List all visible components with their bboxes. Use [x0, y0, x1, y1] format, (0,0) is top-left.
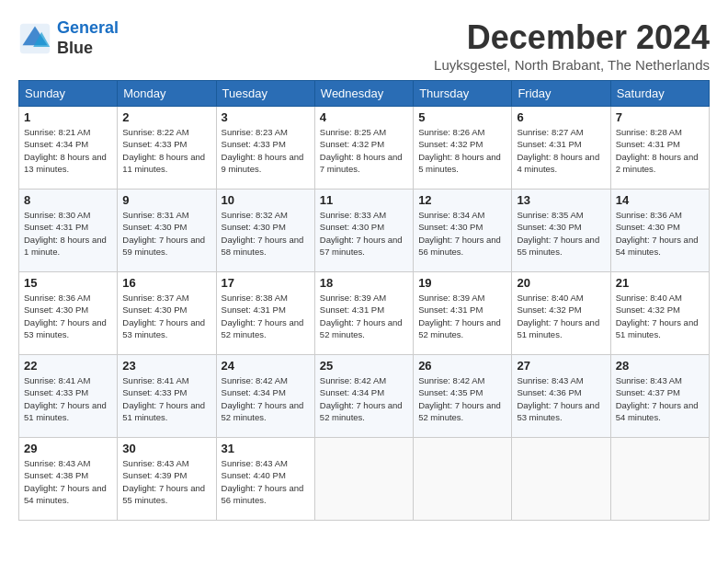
day-number: 30 — [122, 442, 210, 455]
header: General Blue December 2024 Luyksgestel, … — [18, 18, 710, 73]
day-number: 22 — [24, 359, 112, 373]
day-info: Sunrise: 8:35 AM Sunset: 4:30 PM Dayligh… — [517, 209, 605, 258]
day-info: Sunrise: 8:32 AM Sunset: 4:30 PM Dayligh… — [222, 209, 310, 258]
day-number: 5 — [418, 110, 506, 124]
day-info: Sunrise: 8:26 AM Sunset: 4:32 PM Dayligh… — [418, 126, 506, 175]
day-cell: 6 Sunrise: 8:27 AM Sunset: 4:31 PM Dayli… — [512, 107, 610, 190]
day-number: 29 — [24, 442, 112, 455]
day-number: 31 — [222, 442, 310, 455]
day-number: 25 — [320, 359, 408, 373]
day-cell: 28 Sunrise: 8:43 AM Sunset: 4:37 PM Dayl… — [610, 355, 709, 438]
day-info: Sunrise: 8:43 AM Sunset: 4:37 PM Dayligh… — [616, 374, 704, 423]
location-title: Luyksgestel, North Brabant, The Netherla… — [434, 57, 710, 73]
day-info: Sunrise: 8:37 AM Sunset: 4:30 PM Dayligh… — [122, 292, 210, 340]
day-cell: 10 Sunrise: 8:32 AM Sunset: 4:30 PM Dayl… — [216, 190, 314, 272]
day-info: Sunrise: 8:21 AM Sunset: 4:34 PM Dayligh… — [24, 126, 112, 175]
day-info: Sunrise: 8:25 AM Sunset: 4:32 PM Dayligh… — [320, 126, 408, 175]
day-cell: 27 Sunrise: 8:43 AM Sunset: 4:36 PM Dayl… — [512, 355, 610, 438]
calendar-table: SundayMondayTuesdayWednesdayThursdayFrid… — [18, 80, 710, 521]
day-cell: 2 Sunrise: 8:22 AM Sunset: 4:33 PM Dayli… — [118, 107, 216, 190]
day-info: Sunrise: 8:30 AM Sunset: 4:31 PM Dayligh… — [24, 209, 112, 258]
day-info: Sunrise: 8:43 AM Sunset: 4:38 PM Dayligh… — [24, 457, 112, 506]
day-cell: 25 Sunrise: 8:42 AM Sunset: 4:34 PM Dayl… — [314, 355, 413, 438]
week-row-2: 8 Sunrise: 8:30 AM Sunset: 4:31 PM Dayli… — [19, 190, 710, 272]
day-cell: 22 Sunrise: 8:41 AM Sunset: 4:33 PM Dayl… — [19, 355, 118, 438]
days-header-row: SundayMondayTuesdayWednesdayThursdayFrid… — [19, 81, 710, 107]
day-info: Sunrise: 8:42 AM Sunset: 4:35 PM Dayligh… — [418, 374, 506, 423]
day-info: Sunrise: 8:43 AM Sunset: 4:36 PM Dayligh… — [517, 374, 605, 423]
header-saturday: Saturday — [610, 81, 709, 107]
header-sunday: Sunday — [19, 81, 118, 107]
day-cell: 9 Sunrise: 8:31 AM Sunset: 4:30 PM Dayli… — [118, 190, 216, 272]
day-cell: 17 Sunrise: 8:38 AM Sunset: 4:31 PM Dayl… — [216, 272, 314, 355]
day-cell: 19 Sunrise: 8:39 AM Sunset: 4:31 PM Dayl… — [414, 272, 512, 355]
day-info: Sunrise: 8:42 AM Sunset: 4:34 PM Dayligh… — [222, 374, 310, 423]
day-info: Sunrise: 8:31 AM Sunset: 4:30 PM Dayligh… — [122, 209, 210, 258]
day-number: 13 — [517, 193, 605, 207]
day-cell — [610, 438, 709, 521]
day-info: Sunrise: 8:43 AM Sunset: 4:39 PM Dayligh… — [122, 457, 210, 506]
day-number: 26 — [418, 359, 506, 373]
day-info: Sunrise: 8:23 AM Sunset: 4:33 PM Dayligh… — [222, 126, 310, 175]
day-cell: 20 Sunrise: 8:40 AM Sunset: 4:32 PM Dayl… — [512, 272, 610, 355]
day-cell — [314, 438, 413, 521]
day-number: 7 — [616, 110, 704, 124]
day-number: 17 — [222, 276, 310, 290]
logo-icon — [18, 22, 51, 55]
day-cell: 3 Sunrise: 8:23 AM Sunset: 4:33 PM Dayli… — [216, 107, 314, 190]
day-info: Sunrise: 8:40 AM Sunset: 4:32 PM Dayligh… — [517, 292, 605, 340]
day-number: 6 — [517, 110, 605, 124]
day-cell: 29 Sunrise: 8:43 AM Sunset: 4:38 PM Dayl… — [19, 438, 118, 521]
day-info: Sunrise: 8:38 AM Sunset: 4:31 PM Dayligh… — [222, 292, 310, 340]
header-thursday: Thursday — [414, 81, 512, 107]
day-info: Sunrise: 8:28 AM Sunset: 4:31 PM Dayligh… — [616, 126, 704, 175]
week-row-4: 22 Sunrise: 8:41 AM Sunset: 4:33 PM Dayl… — [19, 355, 710, 438]
day-number: 11 — [320, 193, 408, 207]
header-wednesday: Wednesday — [314, 81, 413, 107]
day-number: 15 — [24, 276, 112, 290]
day-number: 14 — [616, 193, 704, 207]
day-cell: 14 Sunrise: 8:36 AM Sunset: 4:30 PM Dayl… — [610, 190, 709, 272]
day-number: 1 — [24, 110, 112, 124]
day-cell: 18 Sunrise: 8:39 AM Sunset: 4:31 PM Dayl… — [314, 272, 413, 355]
day-cell: 8 Sunrise: 8:30 AM Sunset: 4:31 PM Dayli… — [19, 190, 118, 272]
day-cell: 31 Sunrise: 8:43 AM Sunset: 4:40 PM Dayl… — [216, 438, 314, 521]
day-cell: 24 Sunrise: 8:42 AM Sunset: 4:34 PM Dayl… — [216, 355, 314, 438]
day-cell: 23 Sunrise: 8:41 AM Sunset: 4:33 PM Dayl… — [118, 355, 216, 438]
day-cell — [414, 438, 512, 521]
day-number: 8 — [24, 193, 112, 207]
day-info: Sunrise: 8:36 AM Sunset: 4:30 PM Dayligh… — [24, 292, 112, 340]
day-cell: 16 Sunrise: 8:37 AM Sunset: 4:30 PM Dayl… — [118, 272, 216, 355]
day-number: 20 — [517, 276, 605, 290]
day-cell: 7 Sunrise: 8:28 AM Sunset: 4:31 PM Dayli… — [610, 107, 709, 190]
day-cell: 12 Sunrise: 8:34 AM Sunset: 4:30 PM Dayl… — [414, 190, 512, 272]
title-area: December 2024 Luyksgestel, North Brabant… — [434, 18, 710, 73]
day-number: 28 — [616, 359, 704, 373]
week-row-3: 15 Sunrise: 8:36 AM Sunset: 4:30 PM Dayl… — [19, 272, 710, 355]
day-info: Sunrise: 8:36 AM Sunset: 4:30 PM Dayligh… — [616, 209, 704, 258]
day-info: Sunrise: 8:42 AM Sunset: 4:34 PM Dayligh… — [320, 374, 408, 423]
logo-text: General Blue — [57, 18, 119, 58]
day-number: 18 — [320, 276, 408, 290]
month-title: December 2024 — [434, 18, 710, 57]
day-number: 10 — [222, 193, 310, 207]
day-number: 16 — [122, 276, 210, 290]
day-cell: 11 Sunrise: 8:33 AM Sunset: 4:30 PM Dayl… — [314, 190, 413, 272]
day-info: Sunrise: 8:40 AM Sunset: 4:32 PM Dayligh… — [616, 292, 704, 340]
day-cell: 1 Sunrise: 8:21 AM Sunset: 4:34 PM Dayli… — [19, 107, 118, 190]
day-cell: 13 Sunrise: 8:35 AM Sunset: 4:30 PM Dayl… — [512, 190, 610, 272]
day-info: Sunrise: 8:39 AM Sunset: 4:31 PM Dayligh… — [418, 292, 506, 340]
logo-line1: General — [57, 18, 119, 37]
header-friday: Friday — [512, 81, 610, 107]
day-info: Sunrise: 8:33 AM Sunset: 4:30 PM Dayligh… — [320, 209, 408, 258]
day-number: 27 — [517, 359, 605, 373]
day-info: Sunrise: 8:41 AM Sunset: 4:33 PM Dayligh… — [122, 374, 210, 423]
day-number: 3 — [222, 110, 310, 124]
day-number: 21 — [616, 276, 704, 290]
day-cell: 15 Sunrise: 8:36 AM Sunset: 4:30 PM Dayl… — [19, 272, 118, 355]
day-number: 19 — [418, 276, 506, 290]
logo: General Blue — [18, 18, 119, 58]
day-cell: 4 Sunrise: 8:25 AM Sunset: 4:32 PM Dayli… — [314, 107, 413, 190]
day-number: 24 — [222, 359, 310, 373]
week-row-5: 29 Sunrise: 8:43 AM Sunset: 4:38 PM Dayl… — [19, 438, 710, 521]
